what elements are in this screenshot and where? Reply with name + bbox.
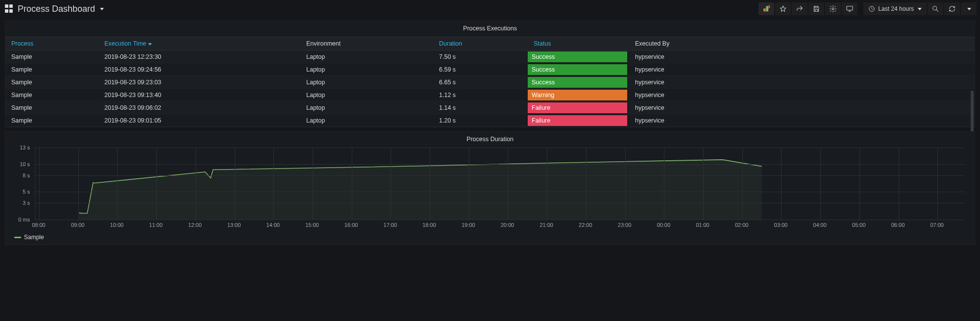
refresh-icon [948, 5, 956, 13]
view-mode-button[interactable] [841, 2, 858, 16]
settings-button[interactable] [825, 2, 841, 16]
x-tick-label: 01:00 [696, 222, 710, 228]
x-tick-label: 10:00 [110, 222, 124, 228]
cell-process: Sample [5, 89, 98, 101]
cell-executed-by: hypservice [629, 76, 975, 89]
x-tick-label: 22:00 [579, 222, 592, 228]
cell-environment: Laptop [300, 76, 433, 89]
zoom-icon [931, 5, 939, 13]
cell-duration: 6.65 s [433, 76, 528, 89]
cell-process: Sample [5, 101, 98, 114]
y-tick-label: 5 s [23, 189, 30, 195]
table-row[interactable]: Sample2019-08-23 09:24:56Laptop6.59 sSuc… [5, 63, 975, 76]
sort-desc-icon [148, 43, 152, 46]
svg-rect-5 [847, 6, 853, 10]
cell-execution-time: 2019-08-23 09:01:05 [98, 114, 300, 127]
cell-execution-time: 2019-08-23 09:24:56 [98, 63, 300, 76]
x-tick-label: 19:00 [462, 222, 475, 228]
col-header-duration[interactable]: Duration [433, 37, 528, 50]
cell-status: Failure [528, 101, 629, 114]
cell-environment: Laptop [300, 50, 433, 63]
x-tick-label: 05:00 [852, 222, 866, 228]
cell-executed-by: hypservice [629, 89, 975, 101]
time-range-picker[interactable]: Last 24 hours [863, 2, 927, 16]
cell-executed-by: hypservice [629, 114, 975, 127]
col-header-executed-by[interactable]: Executed By [629, 37, 975, 50]
status-badge: Failure [528, 115, 627, 126]
x-tick-label: 04:00 [813, 222, 827, 228]
panel-title: Process Executions [5, 21, 975, 37]
refresh-button[interactable] [944, 2, 960, 16]
y-tick-label: 8 s [23, 173, 30, 178]
x-tick-label: 12:00 [188, 222, 202, 228]
table-row[interactable]: Sample2019-08-23 09:13:40Laptop1.12 sWar… [5, 89, 975, 101]
cell-execution-time: 2019-08-23 09:13:40 [98, 89, 300, 101]
cell-duration: 1.14 s [433, 101, 528, 114]
dashboard-title-dropdown[interactable]: Process Dashboard [3, 4, 104, 14]
panel-add-icon [762, 5, 770, 13]
monitor-icon [846, 5, 854, 13]
cell-duration: 6.59 s [433, 63, 528, 76]
caret-down-icon [967, 8, 971, 10]
cell-duration: 1.20 s [433, 114, 528, 127]
col-header-execution-time[interactable]: Execution Time [98, 37, 300, 50]
star-dashboard-button[interactable] [775, 2, 791, 16]
cell-status: Success [528, 50, 629, 63]
cell-process: Sample [5, 63, 98, 76]
cell-process: Sample [5, 50, 98, 63]
svg-point-4 [832, 8, 834, 10]
panel-title: Process Duration [5, 132, 975, 148]
cell-execution-time: 2019-08-23 09:06:02 [98, 101, 300, 114]
caret-down-icon [100, 8, 104, 10]
x-tick-label: 21:00 [539, 222, 553, 228]
legend-swatch [14, 237, 21, 238]
cell-duration: 1.12 s [433, 89, 528, 101]
col-header-status[interactable]: Status [528, 37, 629, 50]
cell-executed-by: hypservice [629, 63, 975, 76]
star-icon [779, 5, 787, 13]
cell-execution-time: 2019-08-23 09:23:03 [98, 76, 300, 89]
x-tick-label: 08:00 [32, 222, 46, 228]
share-dashboard-button[interactable] [791, 2, 808, 16]
gear-icon [829, 5, 837, 13]
chart-area[interactable]: 0 ms3 s5 s8 s10 s13 s 08:0009:0010:0011:… [13, 148, 967, 231]
dashboard-title: Process Dashboard [18, 4, 95, 14]
y-tick-label: 3 s [23, 200, 30, 206]
cell-environment: Laptop [300, 89, 433, 101]
y-tick-label: 13 s [20, 145, 30, 150]
x-tick-label: 03:00 [774, 222, 788, 228]
svg-rect-0 [763, 8, 766, 11]
svg-marker-3 [780, 6, 786, 11]
executions-table: Process Execution Time Environment Durat… [5, 37, 975, 127]
x-tick-label: 00:00 [657, 222, 670, 228]
x-tick-label: 13:00 [227, 222, 241, 228]
status-badge: Success [528, 77, 627, 88]
zoom-out-button[interactable] [927, 2, 944, 16]
refresh-interval-dropdown[interactable] [960, 2, 977, 16]
x-tick-label: 06:00 [891, 222, 905, 228]
dashboard-grid-icon [5, 4, 14, 13]
add-panel-button[interactable] [758, 2, 775, 16]
cell-environment: Laptop [300, 114, 433, 127]
x-tick-label: 18:00 [422, 222, 436, 228]
cell-status: Success [528, 76, 629, 89]
x-tick-label: 14:00 [266, 222, 280, 228]
share-icon [796, 5, 804, 13]
x-tick-label: 16:00 [344, 222, 358, 228]
chart-legend[interactable]: Sample [5, 231, 975, 241]
cell-status: Warning [528, 89, 629, 101]
table-row[interactable]: Sample2019-08-23 09:23:03Laptop6.65 sSuc… [5, 76, 975, 89]
status-badge: Success [528, 64, 627, 75]
table-row[interactable]: Sample2019-08-23 12:23:30Laptop7.50 sSuc… [5, 50, 975, 63]
cell-status: Success [528, 63, 629, 76]
col-header-process[interactable]: Process [5, 37, 98, 50]
table-row[interactable]: Sample2019-08-23 09:01:05Laptop1.20 sFai… [5, 114, 975, 127]
x-tick-label: 20:00 [501, 222, 514, 228]
x-tick-label: 17:00 [384, 222, 397, 228]
col-header-environment[interactable]: Environment [300, 37, 433, 50]
table-row[interactable]: Sample2019-08-23 09:06:02Laptop1.14 sFai… [5, 101, 975, 114]
x-tick-label: 23:00 [618, 222, 632, 228]
y-tick-label: 0 ms [18, 217, 30, 222]
save-dashboard-button[interactable] [808, 2, 825, 16]
status-badge: Failure [528, 102, 627, 113]
